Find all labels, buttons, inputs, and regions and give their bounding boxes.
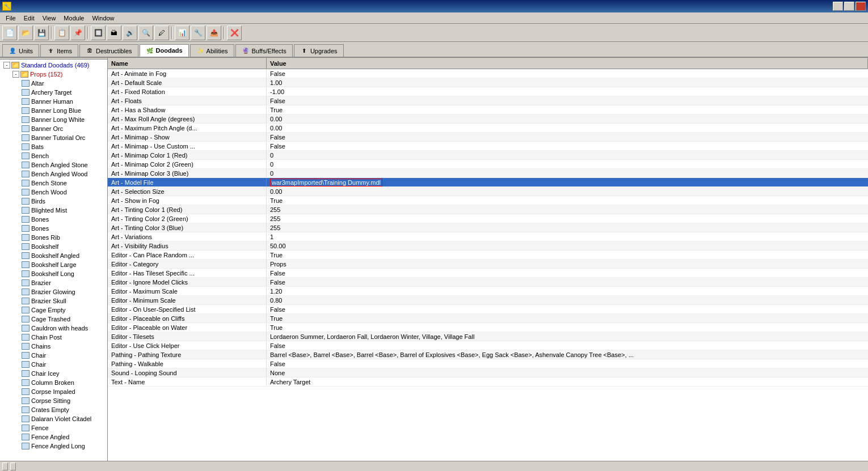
tree-item[interactable]: Bookshelf Angled [19,251,106,260]
toolbar-btn11[interactable]: ❌ [227,26,242,40]
prop-row[interactable]: Pathing - WalkableFalse [108,359,868,368]
toolbar-btn9[interactable]: 🔧 [191,26,205,40]
tree-item[interactable]: Fence Angled Long [19,442,106,451]
toolbar-btn10[interactable]: 📤 [207,26,221,40]
root-expand[interactable]: - [3,62,10,69]
tree-item[interactable]: Banner Orc [19,124,106,133]
tree-item[interactable]: Crates Empty [19,405,106,414]
prop-row[interactable]: Art - Max Roll Angle (degrees)0.00 [108,114,868,124]
prop-row[interactable]: Art - Minimap Color 1 (Red)0 [108,151,868,160]
prop-row[interactable]: Art - Minimap Color 3 (Blue)0 [108,169,868,178]
toolbar-new[interactable]: 📄 [2,26,17,40]
menu-view[interactable]: View [39,14,60,23]
prop-row[interactable]: Art - Minimap - Use Custom ...False [108,142,868,151]
tree-item[interactable]: Birds [19,197,106,206]
prop-row[interactable]: Art - Tinting Color 3 (Blue)255 [108,223,868,232]
prop-row[interactable]: Art - Animate in FogFalse [108,69,868,78]
tree-item[interactable]: Fence [19,423,106,432]
prop-row[interactable]: Editor - On User-Specified ListFalse [108,305,868,314]
toolbar-paste[interactable]: 📌 [70,26,85,40]
tree-item[interactable]: Chain Post [19,333,106,342]
tree-item[interactable]: Cage Empty [19,305,106,315]
tab-destructibles[interactable]: 🏚 Destructibles [79,44,138,57]
prop-row[interactable]: Editor - Maximum Scale1.20 [108,287,868,296]
prop-row[interactable]: Art - Variations1 [108,232,868,241]
tree-item[interactable]: Dalaran Violet Citadel [19,414,106,423]
tree-item[interactable]: Bookshelf [19,242,106,251]
tab-doodads[interactable]: 🌿 Doodads [140,44,189,57]
toolbar-save[interactable]: 💾 [34,26,49,40]
prop-row[interactable]: Editor - Has Tileset Specific ...False [108,269,868,278]
tree-item[interactable]: Bench Stone [19,179,106,188]
tree-item[interactable]: Corpse Sitting [19,396,106,405]
tree-item[interactable]: Fence Angled [19,432,106,442]
tree-item[interactable]: Cauldron with heads [19,324,106,333]
tab-items[interactable]: 🗡 Items [40,44,78,57]
tree-item[interactable]: Bench [19,151,106,160]
prop-row[interactable]: Editor - CategoryProps [108,260,868,269]
toolbar-btn8[interactable]: 📊 [175,26,189,40]
minimize-button[interactable] [833,2,843,11]
tab-buffs[interactable]: 🔮 Buffs/Effects [235,44,293,57]
toolbar-btn5[interactable]: 🔊 [123,26,137,40]
tree-item[interactable]: Banner Tutorial Orc [19,133,106,142]
tree-item[interactable]: Altar [19,79,106,88]
tree-item[interactable]: Corpse Impaled [19,387,106,396]
prop-row[interactable]: Art - Minimap Color 2 (Green)0 [108,160,868,169]
menu-module[interactable]: Module [60,14,87,23]
toolbar-open[interactable]: 📂 [18,26,33,40]
prop-row[interactable]: Art - Selection Size0.00 [108,187,868,196]
tab-abilities[interactable]: ✨ Abilities [190,44,234,57]
property-table[interactable]: Name Value Art - Animate in FogFalseArt … [108,58,868,461]
tree-item[interactable]: Column Broken [19,378,106,387]
toolbar-copy[interactable]: 📋 [54,26,69,40]
tree-item[interactable]: Banner Long Blue [19,106,106,115]
prop-row[interactable]: Editor - TilesetsLordaeron Summer, Lorda… [108,332,868,341]
tree-item[interactable]: Brazier Skull [19,296,106,305]
prop-row[interactable]: Art - Tinting Color 2 (Green)255 [108,214,868,223]
tree-item[interactable]: Bookshelf Long [19,269,106,278]
tab-units[interactable]: 👤 Units [2,44,39,57]
toolbar-btn3[interactable]: 🔲 [91,26,106,40]
toolbar-btn4[interactable]: 🏔 [107,26,121,40]
tree-root-node[interactable]: - 📁 Standard Doodads (469) [1,61,106,70]
prop-row[interactable]: Editor - Placeable on WaterTrue [108,323,868,332]
prop-row[interactable]: Editor - Ignore Model ClicksFalse [108,278,868,287]
tree-item[interactable]: Bench Angled Wood [19,169,106,179]
maximize-button[interactable] [844,2,854,11]
tree-item[interactable]: Chair Icey [19,369,106,378]
prop-row[interactable]: Art - Fixed Rotation-1.00 [108,87,868,96]
menu-edit[interactable]: Edit [20,14,38,23]
tree-item[interactable]: Chair [19,351,106,360]
prop-row[interactable]: Art - Default Scale1.00 [108,78,868,87]
props-expand[interactable]: - [12,71,19,78]
prop-row[interactable]: Editor - Minimum Scale0.80 [108,296,868,305]
tree-item[interactable]: Brazier Glowing [19,287,106,296]
toolbar-btn6[interactable]: 🔍 [138,26,153,40]
prop-row[interactable]: Editor - Use Click HelperFalse [108,341,868,350]
tree-item[interactable]: Chains [19,342,106,351]
tree-item[interactable]: Blighted Mist [19,206,106,215]
tree-item[interactable]: Chair [19,360,106,369]
tree-item[interactable]: Bench Wood [19,188,106,197]
prop-row[interactable]: Editor - Can Place Random ...True [108,251,868,260]
tree-item[interactable]: Cage Trashed [19,315,106,324]
tree-item[interactable]: Bookshelf Large [19,260,106,269]
toolbar-btn7[interactable]: 🖊 [154,26,169,40]
prop-row[interactable]: Art - Has a ShadowTrue [108,105,868,114]
prop-row[interactable]: Art - Model Filewar3mapImported\Training… [108,178,868,187]
tree-props-node[interactable]: - 📁 Props (152) [10,70,106,79]
tree-item[interactable]: Brazier [19,278,106,287]
tab-upgrades[interactable]: ⬆ Upgrades [294,44,344,57]
tree-item[interactable]: Bones Rib [19,233,106,242]
prop-row[interactable]: Art - Maximum Pitch Angle (d...0.00 [108,124,868,133]
menu-window[interactable]: Window [89,14,117,23]
tree-item[interactable]: Archery Target [19,88,106,97]
prop-row[interactable]: Editor - Placeable on CliffsTrue [108,314,868,323]
menu-file[interactable]: File [2,14,19,23]
prop-row[interactable]: Sound - Looping SoundNone [108,368,868,377]
prop-row[interactable]: Art - Minimap - ShowFalse [108,133,868,142]
tree-item[interactable]: Bats [19,142,106,151]
tree-item[interactable]: Banner Human [19,97,106,106]
prop-row[interactable]: Art - Tinting Color 1 (Red)255 [108,205,868,214]
